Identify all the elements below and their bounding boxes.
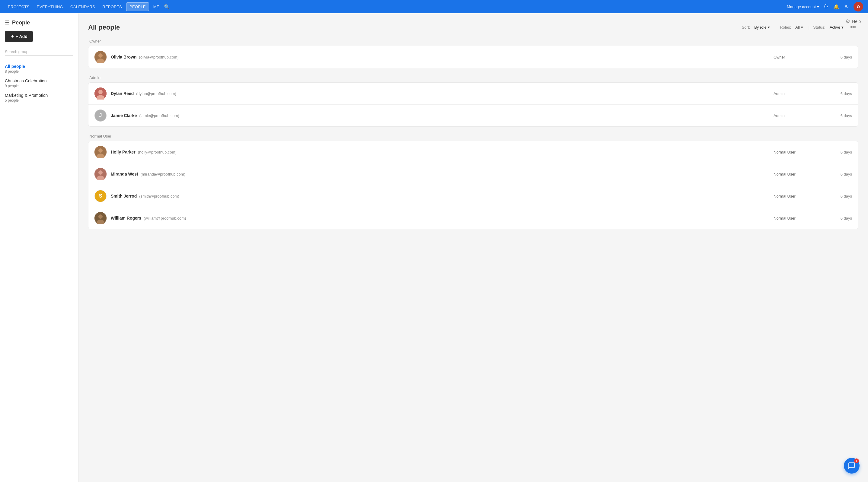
table-row[interactable]: William Rogers (william@proofhub.com) No… xyxy=(88,207,858,229)
table-row[interactable]: Holly Parker (holly@proofhub.com) Normal… xyxy=(88,141,858,163)
table-row[interactable]: Miranda West (miranda@proofhub.com) Norm… xyxy=(88,163,858,185)
avatar: S xyxy=(94,190,106,202)
add-button[interactable]: ＋ + Add xyxy=(5,31,33,42)
nav-calendars[interactable]: CALENDARS xyxy=(67,3,98,11)
table-row[interactable]: S Smith Jerrod (smith@proofhub.com) Norm… xyxy=(88,185,858,207)
separator-2: | xyxy=(809,25,810,30)
admin-section-label: Admin xyxy=(88,75,858,80)
nav-links: PROJECTS EVERYTHING CALENDARS REPORTS PE… xyxy=(5,2,787,11)
nav-reports[interactable]: REPORTS xyxy=(99,3,125,11)
person-name: Olivia Brown xyxy=(111,55,137,59)
table-row[interactable]: J Jamie Clarke (jamie@proofhub.com) Admi… xyxy=(88,105,858,126)
person-email: (jamie@proofhub.com) xyxy=(139,114,179,118)
person-email: (william@proofhub.com) xyxy=(144,216,186,221)
person-info: Olivia Brown (olivia@proofhub.com) xyxy=(111,55,774,59)
owner-card: Olivia Brown (olivia@proofhub.com) Owner… xyxy=(88,46,858,68)
avatar xyxy=(94,88,106,100)
person-role: Normal User xyxy=(774,172,822,176)
svg-point-7 xyxy=(98,149,103,153)
person-info: Jamie Clarke (jamie@proofhub.com) xyxy=(111,113,774,118)
chevron-down-icon: ▾ xyxy=(817,4,819,9)
nav-everything[interactable]: EVERYTHING xyxy=(34,3,66,11)
sidebar: ☰ People ＋ + Add All people 8 people Chr… xyxy=(0,13,79,482)
chat-badge: 1 xyxy=(854,458,859,463)
svg-point-4 xyxy=(98,90,103,94)
page-header: All people Sort: By role ▾ | Roles: All … xyxy=(88,23,858,32)
person-email: (smith@proofhub.com) xyxy=(139,194,179,198)
user-avatar[interactable]: O xyxy=(854,2,863,11)
person-name: Miranda West xyxy=(111,172,138,176)
status-label: Status: xyxy=(813,25,825,30)
separator-1: | xyxy=(775,25,777,30)
admin-card: Dylan Reed (dylan@proofhub.com) Admin 6 … xyxy=(88,82,858,127)
top-navigation: PROJECTS EVERYTHING CALENDARS REPORTS PE… xyxy=(0,0,868,13)
chat-icon xyxy=(848,462,856,470)
timer-icon[interactable]: ⏱ xyxy=(823,3,829,10)
chat-bubble-button[interactable]: 1 xyxy=(844,458,860,474)
person-last-seen: 6 days xyxy=(822,194,852,198)
person-role: Admin xyxy=(774,114,822,118)
avatar xyxy=(94,212,106,224)
person-email: (olivia@proofhub.com) xyxy=(139,55,179,59)
person-info: William Rogers (william@proofhub.com) xyxy=(111,216,774,221)
nav-me[interactable]: ME xyxy=(150,3,162,11)
person-role: Admin xyxy=(774,91,822,96)
person-last-seen: 6 days xyxy=(822,55,852,59)
sort-label: Sort: xyxy=(742,25,750,30)
svg-point-1 xyxy=(98,54,103,58)
search-group-input[interactable] xyxy=(5,48,73,56)
page-title: All people xyxy=(88,24,120,31)
help-button[interactable]: ⚙ Help xyxy=(845,18,861,25)
status-button[interactable]: Active ▾ xyxy=(828,24,845,31)
person-info: Holly Parker (holly@proofhub.com) xyxy=(111,150,774,154)
hamburger-icon[interactable]: ☰ xyxy=(5,19,10,26)
sort-button[interactable]: By role ▾ xyxy=(752,24,771,31)
manage-account-button[interactable]: Manage account ▾ xyxy=(787,4,819,9)
toolbar: Sort: By role ▾ | Roles: All ▾ | Status:… xyxy=(742,23,858,32)
person-role: Owner xyxy=(774,55,822,59)
person-last-seen: 6 days xyxy=(822,172,852,176)
table-row[interactable]: Olivia Brown (olivia@proofhub.com) Owner… xyxy=(88,46,858,68)
avatar xyxy=(94,168,106,180)
status-chevron-icon: ▾ xyxy=(841,25,843,30)
person-info: Smith Jerrod (smith@proofhub.com) xyxy=(111,194,774,198)
person-last-seen: 6 days xyxy=(822,114,852,118)
owner-section-label: Owner xyxy=(88,39,858,43)
avatar: J xyxy=(94,109,106,122)
person-info: Miranda West (miranda@proofhub.com) xyxy=(111,172,774,176)
plus-icon: ＋ xyxy=(10,34,14,39)
person-last-seen: 6 days xyxy=(822,91,852,96)
roles-label: Roles: xyxy=(780,25,791,30)
sidebar-title: People xyxy=(12,20,30,26)
person-last-seen: 6 days xyxy=(822,150,852,154)
nav-right: Manage account ▾ ⏱ 🔔 ↻ O xyxy=(787,2,863,11)
roles-button[interactable]: All ▾ xyxy=(794,24,805,31)
sidebar-header: ☰ People xyxy=(0,19,78,31)
sort-chevron-icon: ▾ xyxy=(768,25,770,30)
person-name: Holly Parker xyxy=(111,150,135,154)
search-icon[interactable]: 🔍 xyxy=(163,3,170,10)
table-row[interactable]: Dylan Reed (dylan@proofhub.com) Admin 6 … xyxy=(88,83,858,105)
svg-point-13 xyxy=(98,215,103,219)
normaluser-section-label: Normal User xyxy=(88,134,858,138)
nav-projects[interactable]: PROJECTS xyxy=(5,3,33,11)
search-group-container xyxy=(5,48,73,56)
person-name: Smith Jerrod xyxy=(111,194,137,198)
person-email: (holly@proofhub.com) xyxy=(138,150,177,154)
roles-chevron-icon: ▾ xyxy=(801,25,803,30)
person-role: Normal User xyxy=(774,216,822,221)
person-info: Dylan Reed (dylan@proofhub.com) xyxy=(111,91,774,96)
sidebar-item-marketing[interactable]: Marketing & Promotion 5 people xyxy=(0,91,78,105)
nav-people[interactable]: PEOPLE xyxy=(126,2,149,11)
avatar xyxy=(94,51,106,63)
sidebar-item-all-people[interactable]: All people 8 people xyxy=(0,62,78,76)
avatar xyxy=(94,146,106,158)
person-last-seen: 6 days xyxy=(822,216,852,221)
person-name: Dylan Reed xyxy=(111,91,134,96)
normaluser-card: Holly Parker (holly@proofhub.com) Normal… xyxy=(88,141,858,229)
bell-icon[interactable]: 🔔 xyxy=(833,3,840,10)
person-role: Normal User xyxy=(774,194,822,198)
svg-point-10 xyxy=(98,170,103,174)
refresh-icon[interactable]: ↻ xyxy=(843,3,850,10)
sidebar-item-christmas[interactable]: Christmas Celebration 9 people xyxy=(0,76,78,91)
